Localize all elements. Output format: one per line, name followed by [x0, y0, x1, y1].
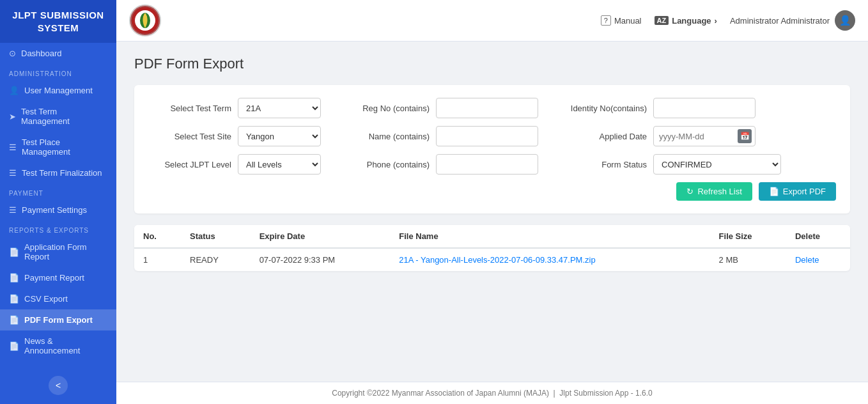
manual-label: Manual: [614, 16, 642, 26]
jlpt-level-select[interactable]: All Levels N1N2N3N4N5: [238, 154, 321, 175]
doc-icon5: 📄: [9, 341, 19, 351]
sidebar-item-news-announcement[interactable]: 📄 News & Announcement: [0, 330, 116, 361]
table-header: No. Status Expire Date File Name File Si…: [134, 225, 850, 248]
file-link[interactable]: 21A - Yangon-All-Levels-2022-07-06-09.33…: [399, 255, 595, 265]
name-label: Name (contains): [346, 132, 430, 141]
sidebar-item-label: PDF Form Export: [24, 315, 93, 325]
table-body: 1 READY 07-07-2022 9:33 PM 21A - Yangon-…: [134, 248, 850, 271]
sidebar-item-payment-report[interactable]: 📄 Payment Report: [0, 267, 116, 288]
language-icon: AZ: [655, 16, 669, 25]
identity-no-input[interactable]: [653, 98, 756, 118]
doc-icon2: 📄: [9, 273, 19, 283]
sidebar-item-label: Test Place Management: [22, 137, 107, 157]
footer-separator: |: [551, 389, 559, 398]
sidebar-item-application-form-report[interactable]: 📄 Application Form Report: [0, 237, 116, 267]
footer-copyright: Copyright ©2022 Myanmar Association of J…: [332, 389, 549, 398]
sidebar-item-test-term-management[interactable]: ➤ Test Term Management: [0, 101, 116, 132]
cell-expire-date: 07-07-2022 9:33 PM: [251, 248, 391, 271]
filter-card: Select Test Term 21A 21B 22A Reg No (con…: [134, 85, 850, 214]
identity-no-label: Identity No(contains): [564, 104, 647, 113]
language-label: Language: [672, 16, 711, 26]
calendar-icon[interactable]: 📅: [738, 129, 752, 143]
cell-no: 1: [134, 248, 181, 271]
col-file-name: File Name: [390, 225, 709, 248]
filter-row-3: Select JLPT Level All Levels N1N2N3N4N5 …: [148, 154, 836, 175]
sidebar-section-administration: ADMINISTRATION: [0, 64, 116, 80]
filter-actions: ↻ Refresh List 📄 Export PDF: [148, 182, 836, 201]
user-info: Administrator Administrator 👤: [730, 10, 855, 31]
arrow-icon: ➤: [9, 112, 16, 121]
sidebar-item-label: News & Announcement: [24, 336, 107, 355]
header-logo: [129, 4, 161, 36]
sidebar-item-label: Payment Settings: [22, 205, 87, 215]
delete-link[interactable]: Delete: [795, 255, 819, 265]
sidebar-item-label: Payment Report: [24, 273, 84, 283]
phone-label: Phone (contains): [346, 160, 430, 169]
svg-point-3: [143, 15, 147, 19]
filter-row-1: Select Test Term 21A 21B 22A Reg No (con…: [148, 98, 836, 118]
jlpt-level-label: Select JLPT Level: [148, 160, 231, 169]
applied-date-label: Applied Date: [564, 132, 647, 141]
user-icon: 👤: [9, 86, 19, 95]
export-pdf-button[interactable]: 📄 Export PDF: [759, 182, 836, 201]
sidebar-title: JLPT SUBMISSION SYSTEM: [0, 0, 116, 43]
cell-status: READY: [181, 248, 251, 271]
dashboard-icon: ⊙: [9, 49, 16, 58]
col-delete: Delete: [786, 225, 850, 248]
sidebar-section-reports: REPORTS & EXPORTS: [0, 221, 116, 237]
footer: Copyright ©2022 Myanmar Association of J…: [116, 382, 868, 404]
results-table: No. Status Expire Date File Name File Si…: [134, 225, 850, 271]
cell-file-name[interactable]: 21A - Yangon-All-Levels-2022-07-06-09.33…: [390, 248, 709, 271]
avatar: 👤: [835, 10, 855, 31]
export-icon: 📄: [769, 187, 779, 196]
sidebar-item-label: CSV Export: [24, 294, 68, 304]
sidebar-item-label: Dashboard: [21, 49, 62, 58]
header-right: ? Manual AZ Language › Administrator Adm…: [601, 10, 855, 31]
logo-image: [129, 4, 161, 36]
collapse-button[interactable]: <: [49, 376, 68, 395]
sidebar-item-label: Test Term Finalization: [22, 168, 102, 178]
doc-icon4: 📄: [9, 315, 19, 325]
sidebar: JLPT SUBMISSION SYSTEM ⊙ Dashboard ADMIN…: [0, 0, 116, 404]
user-name-label: Administrator Administrator: [730, 16, 830, 26]
sidebar-item-test-place-management[interactable]: ☰ Test Place Management: [0, 132, 116, 162]
cell-file-size: 2 MB: [710, 248, 786, 271]
sidebar-item-dashboard[interactable]: ⊙ Dashboard: [0, 43, 116, 64]
form-status-label: Form Status: [564, 160, 647, 169]
cell-delete[interactable]: Delete: [786, 248, 850, 271]
test-term-label: Select Test Term: [148, 104, 231, 113]
sidebar-item-user-management[interactable]: 👤 User Management: [0, 80, 116, 101]
filter-row-2: Select Test Site Yangon Mandalay All Nam…: [148, 126, 836, 146]
list-icon2: ☰: [9, 168, 17, 178]
refresh-button[interactable]: ↻ Refresh List: [676, 182, 752, 201]
manual-icon: ?: [601, 15, 611, 26]
phone-input[interactable]: [436, 154, 538, 175]
sidebar-item-pdf-form-export[interactable]: 📄 PDF Form Export: [0, 309, 116, 330]
top-header: ? Manual AZ Language › Administrator Adm…: [116, 0, 868, 42]
test-site-select[interactable]: Yangon Mandalay All: [238, 126, 321, 146]
language-selector[interactable]: AZ Language ›: [655, 16, 717, 26]
form-status-select[interactable]: CONFIRMED PENDING CANCELLED: [653, 154, 781, 175]
test-site-label: Select Test Site: [148, 132, 231, 141]
applied-date-wrap: 📅: [653, 126, 756, 146]
results-table-card: No. Status Expire Date File Name File Si…: [134, 225, 850, 271]
list-icon: ☰: [9, 143, 17, 152]
sidebar-item-test-term-finalization[interactable]: ☰ Test Term Finalization: [0, 162, 116, 183]
export-label: Export PDF: [783, 187, 826, 196]
sidebar-item-label: User Management: [24, 86, 93, 95]
col-no: No.: [134, 225, 181, 248]
name-input[interactable]: [436, 126, 538, 146]
reg-no-label: Reg No (contains): [346, 104, 430, 113]
sidebar-item-csv-export[interactable]: 📄 CSV Export: [0, 288, 116, 309]
refresh-icon: ↻: [686, 187, 694, 196]
table-row: 1 READY 07-07-2022 9:33 PM 21A - Yangon-…: [134, 248, 850, 271]
page-title: PDF Form Export: [134, 56, 850, 72]
doc-icon3: 📄: [9, 294, 19, 304]
col-expire-date: Expire Date: [251, 225, 391, 248]
manual-link[interactable]: ? Manual: [601, 15, 642, 26]
reg-no-input[interactable]: [436, 98, 538, 118]
test-term-select[interactable]: 21A 21B 22A: [238, 98, 321, 118]
refresh-label: Refresh List: [697, 187, 741, 196]
main-content: PDF Form Export Select Test Term 21A 21B…: [116, 42, 868, 404]
sidebar-item-payment-settings[interactable]: ☰ Payment Settings: [0, 199, 116, 221]
